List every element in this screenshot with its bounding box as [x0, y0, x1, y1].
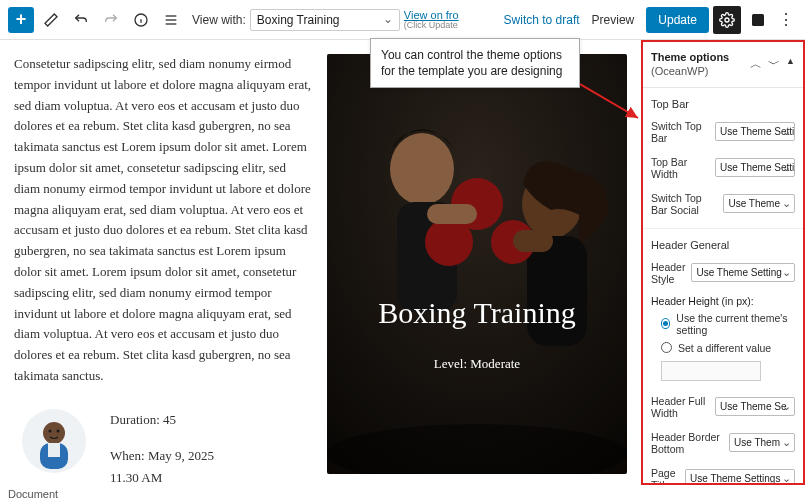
hero-block[interactable]: Boxing Training Level: Moderate: [327, 54, 627, 474]
topbar-social-label: Switch Top Bar Social: [651, 192, 717, 216]
panel-subtitle: (OceanWP): [651, 65, 708, 77]
radio-use-theme[interactable]: Use the current theme's setting: [643, 309, 803, 339]
collapse-icon[interactable]: ▲: [786, 56, 795, 73]
hero-title[interactable]: Boxing Training: [378, 296, 576, 330]
switch-to-draft-button[interactable]: Switch to draft: [504, 13, 580, 27]
svg-point-13: [57, 429, 60, 432]
header-fullwidth-label: Header Full Width: [651, 395, 709, 419]
header-border-select[interactable]: Use Them: [729, 433, 795, 452]
svg-point-9: [43, 422, 65, 444]
svg-point-12: [49, 429, 52, 432]
edit-mode-icon[interactable]: [38, 7, 64, 33]
header-height-label: Header Height (in px):: [643, 291, 803, 309]
page-title-label: Page Title: [651, 467, 679, 485]
info-icon[interactable]: [128, 7, 154, 33]
chevron-down-icon[interactable]: ﹀: [768, 56, 780, 73]
body-paragraph[interactable]: Consetetur sadipscing elitr, sed diam no…: [14, 54, 313, 387]
svg-rect-7: [752, 14, 764, 26]
header-height-input[interactable]: [661, 361, 761, 381]
switch-topbar-label: Switch Top Bar: [651, 120, 709, 144]
undo-icon[interactable]: [68, 7, 94, 33]
avatar: [22, 409, 86, 473]
outline-icon[interactable]: [158, 7, 184, 33]
group-topbar-title: Top Bar: [643, 88, 803, 114]
chevron-up-icon[interactable]: ︿: [750, 56, 762, 73]
annotation-callout: You can control the theme options for th…: [370, 38, 580, 88]
svg-rect-11: [48, 443, 60, 457]
group-header-title: Header General: [643, 229, 803, 255]
theme-options-panel: Theme options (OceanWP) ︿ ﹀ ▲ Top Bar Sw…: [641, 40, 805, 485]
view-on-frontend-link[interactable]: View on fro: [404, 9, 459, 21]
header-border-label: Header Border Bottom: [651, 431, 723, 455]
duration-text: Duration: 45: [110, 409, 214, 431]
page-title-select[interactable]: Use Theme Settings: [685, 469, 795, 485]
panel-title: Theme options: [651, 51, 729, 63]
header-style-label: Header Style: [651, 261, 685, 285]
oceanwp-icon[interactable]: [745, 7, 771, 33]
hero-level[interactable]: Level: Moderate: [434, 356, 520, 372]
update-button[interactable]: Update: [646, 7, 709, 33]
click-update-hint: (Click Update: [404, 21, 459, 31]
redo-icon[interactable]: [98, 7, 124, 33]
topbar-width-select[interactable]: Use Theme Settin: [715, 158, 795, 177]
header-fullwidth-select[interactable]: Use Theme Se: [715, 397, 795, 416]
view-with-label: View with:: [192, 13, 246, 27]
settings-icon[interactable]: [713, 6, 741, 34]
switch-topbar-select[interactable]: Use Theme Settin: [715, 122, 795, 141]
add-block-button[interactable]: +: [8, 7, 34, 33]
when-time-text: 11.30 AM: [110, 467, 214, 485]
template-select[interactable]: Boxing Training: [250, 9, 400, 31]
radio-set-value[interactable]: Set a different value: [643, 339, 803, 357]
preview-button[interactable]: Preview: [584, 13, 643, 27]
topbar-width-label: Top Bar Width: [651, 156, 709, 180]
more-options-icon[interactable]: ⋮: [775, 10, 797, 29]
topbar-social-select[interactable]: Use Theme: [723, 194, 795, 213]
when-date-text: When: May 9, 2025: [110, 445, 214, 467]
svg-point-6: [725, 18, 729, 22]
header-style-select[interactable]: Use Theme Setting: [691, 263, 795, 282]
